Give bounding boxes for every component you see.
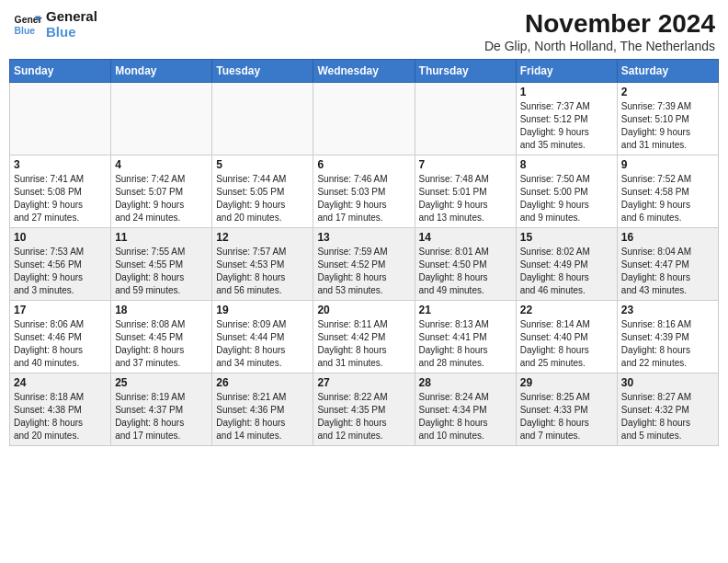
calendar-cell: 28Sunrise: 8:24 AM Sunset: 4:34 PM Dayli…	[415, 373, 516, 446]
day-detail: Sunrise: 8:21 AM Sunset: 4:36 PM Dayligh…	[216, 391, 309, 442]
calendar-cell: 27Sunrise: 8:22 AM Sunset: 4:35 PM Dayli…	[313, 373, 415, 446]
day-number: 7	[419, 158, 512, 171]
calendar-week-4: 17Sunrise: 8:06 AM Sunset: 4:46 PM Dayli…	[10, 301, 719, 373]
weekday-header-row: SundayMondayTuesdayWednesdayThursdayFrid…	[10, 60, 719, 83]
day-detail: Sunrise: 7:59 AM Sunset: 4:52 PM Dayligh…	[317, 246, 410, 297]
day-number: 24	[14, 376, 107, 389]
day-detail: Sunrise: 8:01 AM Sunset: 4:50 PM Dayligh…	[419, 246, 512, 297]
calendar-cell: 6Sunrise: 7:46 AM Sunset: 5:03 PM Daylig…	[313, 155, 415, 228]
day-detail: Sunrise: 7:52 AM Sunset: 4:58 PM Dayligh…	[621, 173, 714, 224]
day-detail: Sunrise: 8:19 AM Sunset: 4:37 PM Dayligh…	[115, 391, 208, 442]
day-number: 22	[520, 304, 613, 316]
logo-line1: General	[46, 9, 97, 25]
day-detail: Sunrise: 8:02 AM Sunset: 4:49 PM Dayligh…	[520, 246, 613, 297]
day-detail: Sunrise: 7:37 AM Sunset: 5:12 PM Dayligh…	[520, 100, 613, 152]
calendar-cell: 4Sunrise: 7:42 AM Sunset: 5:07 PM Daylig…	[111, 155, 212, 228]
day-number: 14	[419, 231, 512, 244]
svg-text:Blue: Blue	[15, 25, 36, 35]
calendar-cell: 26Sunrise: 8:21 AM Sunset: 4:36 PM Dayli…	[212, 373, 313, 446]
calendar-cell: 5Sunrise: 7:44 AM Sunset: 5:05 PM Daylig…	[212, 155, 313, 228]
calendar-cell: 14Sunrise: 8:01 AM Sunset: 4:50 PM Dayli…	[415, 228, 516, 301]
calendar-cell: 25Sunrise: 8:19 AM Sunset: 4:37 PM Dayli…	[111, 373, 212, 446]
day-detail: Sunrise: 8:06 AM Sunset: 4:46 PM Dayligh…	[14, 318, 107, 370]
day-detail: Sunrise: 7:53 AM Sunset: 4:56 PM Dayligh…	[14, 246, 107, 297]
calendar-cell: 12Sunrise: 7:57 AM Sunset: 4:53 PM Dayli…	[212, 228, 313, 301]
page-header: General Blue General Blue November 2024 …	[9, 9, 719, 53]
weekday-header-saturday: Saturday	[617, 60, 718, 83]
day-number: 21	[419, 304, 512, 316]
calendar-cell: 2Sunrise: 7:39 AM Sunset: 5:10 PM Daylig…	[617, 83, 718, 155]
calendar-cell: 19Sunrise: 8:09 AM Sunset: 4:44 PM Dayli…	[212, 301, 313, 373]
day-number: 17	[14, 304, 107, 316]
day-detail: Sunrise: 8:08 AM Sunset: 4:45 PM Dayligh…	[115, 318, 208, 370]
day-number: 2	[621, 86, 714, 98]
calendar-cell: 9Sunrise: 7:52 AM Sunset: 4:58 PM Daylig…	[617, 155, 718, 228]
day-number: 25	[115, 376, 208, 389]
day-detail: Sunrise: 8:14 AM Sunset: 4:40 PM Dayligh…	[520, 318, 613, 370]
calendar-table: SundayMondayTuesdayWednesdayThursdayFrid…	[9, 59, 719, 446]
day-number: 23	[621, 304, 714, 316]
calendar-week-1: 1Sunrise: 7:37 AM Sunset: 5:12 PM Daylig…	[10, 83, 719, 155]
weekday-header-tuesday: Tuesday	[212, 60, 313, 83]
title-block: November 2024 De Glip, North Holland, Th…	[484, 9, 715, 53]
calendar-cell: 17Sunrise: 8:06 AM Sunset: 4:46 PM Dayli…	[10, 301, 111, 373]
calendar-cell: 13Sunrise: 7:59 AM Sunset: 4:52 PM Dayli…	[313, 228, 415, 301]
day-number: 12	[216, 231, 309, 244]
day-detail: Sunrise: 8:22 AM Sunset: 4:35 PM Dayligh…	[317, 391, 410, 442]
month-title: November 2024	[484, 9, 715, 39]
weekday-header-friday: Friday	[516, 60, 617, 83]
calendar-cell	[111, 83, 212, 155]
day-number: 13	[317, 231, 410, 244]
day-number: 29	[520, 376, 613, 389]
calendar-cell: 24Sunrise: 8:18 AM Sunset: 4:38 PM Dayli…	[10, 373, 111, 446]
calendar-cell	[415, 83, 516, 155]
logo: General Blue General Blue	[13, 9, 97, 40]
calendar-cell: 8Sunrise: 7:50 AM Sunset: 5:00 PM Daylig…	[516, 155, 617, 228]
day-number: 28	[419, 376, 512, 389]
day-detail: Sunrise: 8:25 AM Sunset: 4:33 PM Dayligh…	[520, 391, 613, 442]
calendar-cell: 1Sunrise: 7:37 AM Sunset: 5:12 PM Daylig…	[516, 83, 617, 155]
calendar-cell: 30Sunrise: 8:27 AM Sunset: 4:32 PM Dayli…	[617, 373, 718, 446]
day-number: 4	[115, 158, 208, 171]
day-number: 9	[621, 158, 714, 171]
calendar-cell: 21Sunrise: 8:13 AM Sunset: 4:41 PM Dayli…	[415, 301, 516, 373]
day-number: 11	[115, 231, 208, 244]
calendar-week-3: 10Sunrise: 7:53 AM Sunset: 4:56 PM Dayli…	[10, 228, 719, 301]
calendar-week-2: 3Sunrise: 7:41 AM Sunset: 5:08 PM Daylig…	[10, 155, 719, 228]
weekday-header-sunday: Sunday	[10, 60, 111, 83]
calendar-cell	[10, 83, 111, 155]
day-number: 30	[621, 376, 714, 389]
calendar-cell	[313, 83, 415, 155]
day-number: 6	[317, 158, 410, 171]
day-detail: Sunrise: 8:16 AM Sunset: 4:39 PM Dayligh…	[621, 318, 714, 370]
day-detail: Sunrise: 7:41 AM Sunset: 5:08 PM Dayligh…	[14, 173, 107, 224]
calendar-cell: 15Sunrise: 8:02 AM Sunset: 4:49 PM Dayli…	[516, 228, 617, 301]
day-detail: Sunrise: 7:48 AM Sunset: 5:01 PM Dayligh…	[419, 173, 512, 224]
day-detail: Sunrise: 7:42 AM Sunset: 5:07 PM Dayligh…	[115, 173, 208, 224]
day-detail: Sunrise: 7:50 AM Sunset: 5:00 PM Dayligh…	[520, 173, 613, 224]
day-number: 1	[520, 86, 613, 98]
calendar-cell: 20Sunrise: 8:11 AM Sunset: 4:42 PM Dayli…	[313, 301, 415, 373]
day-number: 10	[14, 231, 107, 244]
day-number: 18	[115, 304, 208, 316]
weekday-header-monday: Monday	[111, 60, 212, 83]
weekday-header-thursday: Thursday	[415, 60, 516, 83]
location-subtitle: De Glip, North Holland, The Netherlands	[484, 39, 715, 53]
calendar-cell: 11Sunrise: 7:55 AM Sunset: 4:55 PM Dayli…	[111, 228, 212, 301]
logo-icon: General Blue	[13, 10, 42, 40]
calendar-cell: 18Sunrise: 8:08 AM Sunset: 4:45 PM Dayli…	[111, 301, 212, 373]
calendar-week-5: 24Sunrise: 8:18 AM Sunset: 4:38 PM Dayli…	[10, 373, 719, 446]
weekday-header-wednesday: Wednesday	[313, 60, 415, 83]
calendar-cell: 23Sunrise: 8:16 AM Sunset: 4:39 PM Dayli…	[617, 301, 718, 373]
calendar-cell: 10Sunrise: 7:53 AM Sunset: 4:56 PM Dayli…	[10, 228, 111, 301]
day-number: 26	[216, 376, 309, 389]
day-detail: Sunrise: 8:18 AM Sunset: 4:38 PM Dayligh…	[14, 391, 107, 442]
day-number: 27	[317, 376, 410, 389]
day-number: 8	[520, 158, 613, 171]
day-number: 15	[520, 231, 613, 244]
calendar-cell: 16Sunrise: 8:04 AM Sunset: 4:47 PM Dayli…	[617, 228, 718, 301]
day-detail: Sunrise: 7:39 AM Sunset: 5:10 PM Dayligh…	[621, 100, 714, 152]
day-detail: Sunrise: 8:11 AM Sunset: 4:42 PM Dayligh…	[317, 318, 410, 370]
day-detail: Sunrise: 7:57 AM Sunset: 4:53 PM Dayligh…	[216, 246, 309, 297]
calendar-cell: 3Sunrise: 7:41 AM Sunset: 5:08 PM Daylig…	[10, 155, 111, 228]
